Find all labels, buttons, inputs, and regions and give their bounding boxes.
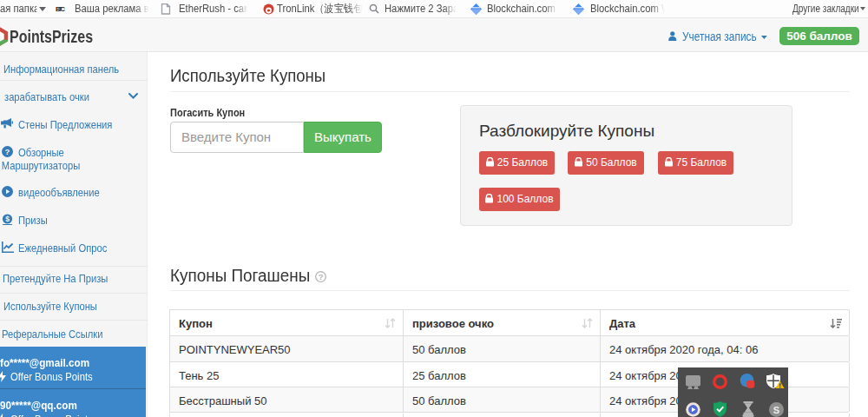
svg-text:?: ? — [5, 147, 10, 156]
svg-text:BTC: BTC — [56, 5, 65, 13]
svg-text:S: S — [773, 405, 779, 415]
svg-text:$: $ — [5, 215, 10, 223]
svg-text:?: ? — [319, 273, 324, 281]
